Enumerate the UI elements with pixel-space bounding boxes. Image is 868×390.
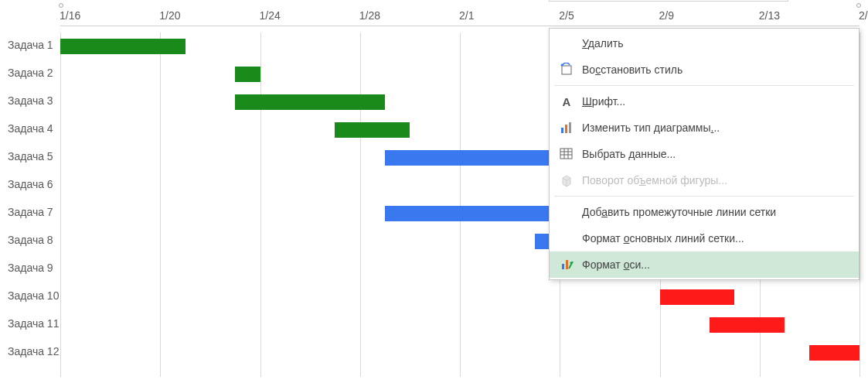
y-axis-category-label: Задача 12 xyxy=(8,345,60,358)
context-menu-item[interactable]: Добавить промежуточные линии сетки xyxy=(550,199,859,225)
y-axis-category-label: Задача 2 xyxy=(8,67,60,79)
gantt-bar[interactable] xyxy=(710,317,785,333)
rotate-3d-icon xyxy=(556,173,577,187)
gantt-bar[interactable] xyxy=(809,345,859,361)
y-axis-category-label: Задача 11 xyxy=(8,317,60,330)
tooltip-box xyxy=(549,0,788,2)
context-menu-item-label: Поворот объемной фигуры... xyxy=(582,174,727,186)
svg-rect-0 xyxy=(562,66,571,74)
font-letter-icon: A xyxy=(556,95,577,108)
menu-separator xyxy=(554,85,854,86)
x-axis-tick-label: 2/5 xyxy=(559,9,574,22)
chart-row: Задача 10 xyxy=(0,283,868,311)
chart-type-icon xyxy=(556,121,577,135)
context-menu-item-label: Шрифт... xyxy=(582,95,625,108)
context-menu-item-label: Удалить xyxy=(582,37,623,50)
svg-rect-5 xyxy=(560,149,572,159)
x-axis-tick-label: 2/9 xyxy=(659,9,674,22)
y-axis-category-label: Задача 1 xyxy=(8,39,60,51)
chart-row: Задача 12 xyxy=(0,339,868,367)
menu-separator xyxy=(554,196,854,197)
x-axis-tick-label: 1/20 xyxy=(159,9,180,22)
context-menu-item: Поворот объемной фигуры... xyxy=(550,167,859,193)
x-axis-tick-label: 1/16 xyxy=(60,9,80,22)
x-axis-tick-label: 2/17 xyxy=(859,9,868,22)
context-menu-item-label: Изменить тип диаграммы... xyxy=(582,121,720,134)
context-menu-item[interactable]: Восстановить стиль xyxy=(550,56,859,83)
context-menu-item[interactable]: Удалить xyxy=(550,30,859,56)
select-data-icon xyxy=(556,147,577,161)
y-axis-category-label: Задача 6 xyxy=(8,178,60,190)
context-menu-item-label: Формат основных линий сетки... xyxy=(582,232,744,245)
context-menu-item-label: Добавить промежуточные линии сетки xyxy=(582,206,776,218)
y-axis-category-label: Задача 4 xyxy=(8,122,60,135)
x-axis-tick-label: 1/24 xyxy=(260,9,281,22)
gantt-bar[interactable] xyxy=(235,94,385,110)
chart-row: Задача 11 xyxy=(0,311,868,339)
gantt-bar[interactable] xyxy=(335,122,410,138)
svg-rect-4 xyxy=(569,122,571,133)
y-axis-category-label: Задача 7 xyxy=(8,206,60,218)
context-menu-item[interactable]: Формат оси... xyxy=(550,251,859,278)
y-axis-category-label: Задача 8 xyxy=(8,234,60,246)
gantt-bar[interactable] xyxy=(385,150,560,166)
x-axis-tick-label: 1/28 xyxy=(359,9,380,22)
y-axis-category-label: Задача 10 xyxy=(8,289,60,302)
reset-style-icon xyxy=(556,63,577,77)
gantt-chart: 1/161/201/241/282/12/52/92/132/17 Задача… xyxy=(0,0,868,390)
context-menu[interactable]: УдалитьВосстановить стильAШрифт...Измени… xyxy=(549,28,859,280)
y-axis-category-label: Задача 5 xyxy=(8,150,60,162)
context-menu-item-label: Формат оси... xyxy=(582,258,650,271)
context-menu-item[interactable]: Изменить тип диаграммы... xyxy=(550,115,859,141)
context-menu-item[interactable]: AШрифт... xyxy=(550,88,859,115)
context-menu-item-label: Выбрать данные... xyxy=(582,148,676,160)
x-axis-tick-label: 2/1 xyxy=(459,9,474,22)
x-axis-tick-label: 2/13 xyxy=(759,9,780,22)
context-menu-item-label: Восстановить стиль xyxy=(582,63,682,76)
svg-rect-14 xyxy=(566,260,568,269)
y-axis-category-label: Задача 9 xyxy=(8,262,60,274)
svg-rect-13 xyxy=(562,264,564,269)
svg-rect-3 xyxy=(565,125,567,133)
gantt-bar[interactable] xyxy=(235,67,260,82)
format-axis-icon xyxy=(556,258,577,272)
svg-rect-2 xyxy=(561,128,563,133)
y-axis-category-label: Задача 3 xyxy=(8,94,60,107)
context-menu-item[interactable]: Формат основных линий сетки... xyxy=(550,225,859,251)
context-menu-item[interactable]: Выбрать данные... xyxy=(550,141,859,167)
gantt-bar[interactable] xyxy=(60,39,186,54)
gantt-bar[interactable] xyxy=(660,289,735,305)
